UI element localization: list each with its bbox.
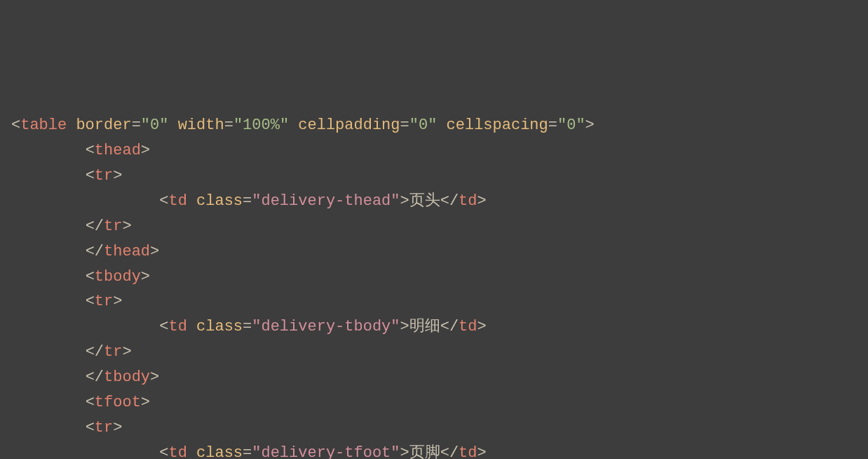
code-line: <tr> bbox=[11, 164, 857, 189]
code-token-text-content: 页头 bbox=[409, 192, 440, 210]
code-line: </tbody> bbox=[11, 365, 857, 390]
code-token-attr-name: cellpadding bbox=[298, 117, 400, 134]
code-token-punct bbox=[67, 117, 76, 134]
code-token-punct: = bbox=[400, 117, 409, 134]
code-token-punct: = bbox=[224, 117, 233, 134]
code-line: <td class="delivery-thead">页头</td> bbox=[11, 189, 857, 214]
code-editor-view: <table border="0" width="100%" cellpaddi… bbox=[11, 113, 857, 459]
code-token-tag: thead bbox=[104, 243, 150, 260]
code-token-punct: < bbox=[159, 318, 168, 335]
code-token-attr-value: "0" bbox=[409, 117, 438, 134]
code-token-tag: tfoot bbox=[95, 394, 141, 411]
code-token-punct: < bbox=[159, 192, 168, 210]
code-token-punct: < bbox=[86, 394, 95, 411]
code-token-tag: tr bbox=[95, 419, 113, 437]
code-token-punct: < bbox=[86, 142, 95, 159]
code-token-punct: > bbox=[141, 394, 150, 411]
code-token-punct: > bbox=[113, 293, 122, 310]
code-token-punct: </ bbox=[86, 368, 104, 386]
code-token-punct: > bbox=[400, 318, 409, 335]
code-token-tag: td bbox=[459, 318, 477, 335]
code-line: </thead> bbox=[11, 239, 857, 265]
code-token-punct: > bbox=[150, 243, 159, 260]
code-token-class-value: "delivery-tfoot" bbox=[252, 444, 400, 459]
code-token-tag: tr bbox=[95, 167, 113, 185]
code-token-punct: > bbox=[113, 167, 122, 185]
code-token-punct bbox=[187, 318, 196, 335]
code-token-punct: > bbox=[141, 268, 150, 286]
code-token-punct: > bbox=[585, 117, 595, 134]
code-token-punct: = bbox=[132, 117, 141, 134]
code-token-class-value: "delivery-thead" bbox=[252, 192, 400, 210]
code-token-tag: tr bbox=[104, 343, 122, 361]
code-token-punct bbox=[187, 444, 196, 459]
code-token-attr-name: cellspacing bbox=[447, 117, 548, 134]
code-line: </tr> bbox=[11, 340, 857, 365]
code-token-punct: > bbox=[150, 368, 159, 386]
code-token-punct: > bbox=[122, 343, 131, 361]
code-token-class-value: "delivery-tbody" bbox=[252, 318, 400, 335]
code-token-attr-value: "100%" bbox=[233, 117, 289, 134]
code-token-attr-value: "0" bbox=[557, 117, 585, 134]
code-token-tag: td bbox=[168, 192, 187, 210]
code-token-punct: = bbox=[243, 444, 252, 459]
code-token-punct: > bbox=[400, 192, 409, 210]
code-token-punct: </ bbox=[86, 218, 104, 235]
code-token-attr-name: width bbox=[178, 117, 224, 134]
code-line: <tr> bbox=[11, 289, 857, 314]
code-token-punct: > bbox=[477, 444, 487, 459]
code-token-attr-value: "0" bbox=[141, 117, 169, 134]
code-token-attr-name: class bbox=[196, 444, 243, 459]
code-token-punct: > bbox=[141, 142, 150, 159]
code-token-tag: td bbox=[459, 192, 477, 210]
code-token-punct: < bbox=[86, 293, 95, 310]
code-token-punct: </ bbox=[86, 243, 104, 260]
code-token-tag: thead bbox=[95, 142, 141, 159]
code-token-punct bbox=[168, 117, 177, 134]
code-token-punct: = bbox=[243, 318, 252, 335]
code-token-punct: > bbox=[477, 192, 487, 210]
code-token-punct: > bbox=[113, 419, 122, 437]
code-line: <tfoot> bbox=[11, 390, 857, 415]
code-token-punct: </ bbox=[440, 318, 459, 335]
code-line: </tr> bbox=[11, 214, 857, 239]
code-token-tag: tbody bbox=[95, 268, 141, 286]
code-token-attr-name: class bbox=[196, 318, 243, 335]
code-line: <td class="delivery-tbody">明细</td> bbox=[11, 314, 857, 340]
code-token-punct: < bbox=[159, 444, 168, 459]
code-line: <table border="0" width="100%" cellpaddi… bbox=[11, 113, 857, 138]
code-token-punct: </ bbox=[440, 444, 459, 459]
code-token-tag: td bbox=[168, 444, 187, 459]
code-token-attr-name: border bbox=[76, 117, 131, 134]
code-token-tag: tr bbox=[95, 293, 113, 310]
code-token-tag: td bbox=[459, 444, 477, 459]
code-token-attr-name: class bbox=[196, 192, 243, 210]
code-token-punct: > bbox=[477, 318, 487, 335]
code-token-tag: table bbox=[20, 117, 67, 134]
code-token-punct: = bbox=[243, 192, 252, 210]
code-token-punct: > bbox=[122, 218, 131, 235]
code-token-tag: td bbox=[168, 318, 187, 335]
code-token-punct: < bbox=[86, 419, 95, 437]
code-token-punct: > bbox=[400, 444, 409, 459]
code-token-punct bbox=[437, 117, 446, 134]
code-token-text-content: 页脚 bbox=[409, 444, 440, 459]
code-token-tag: tbody bbox=[104, 368, 150, 386]
code-token-tag: tr bbox=[104, 218, 122, 235]
code-line: <tr> bbox=[11, 415, 857, 441]
code-line: <thead> bbox=[11, 138, 857, 164]
code-token-punct: < bbox=[86, 268, 95, 286]
code-token-punct: < bbox=[86, 167, 95, 185]
code-token-punct: </ bbox=[86, 343, 104, 361]
code-line: <td class="delivery-tfoot">页脚</td> bbox=[11, 441, 857, 459]
code-token-punct: < bbox=[11, 117, 20, 134]
code-token-punct bbox=[187, 192, 196, 210]
code-token-punct: = bbox=[548, 117, 557, 134]
code-token-punct bbox=[289, 117, 298, 134]
code-line: <tbody> bbox=[11, 265, 857, 290]
code-token-text-content: 明细 bbox=[409, 318, 440, 335]
code-token-punct: </ bbox=[440, 192, 459, 210]
